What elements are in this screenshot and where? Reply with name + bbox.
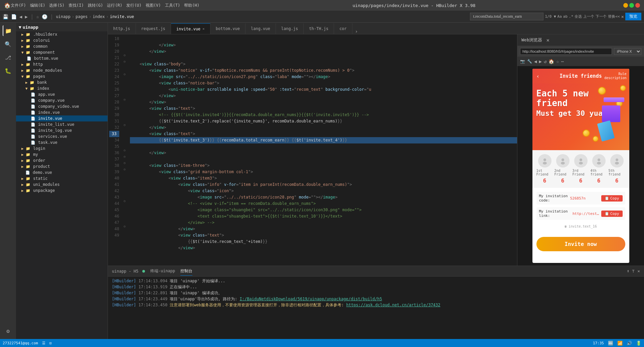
sidebar-item-unpackage[interactable]: ▶ 📁 unpackage xyxy=(16,188,108,194)
browser-devtools-icon[interactable]: 🔧 xyxy=(527,59,532,64)
close-panel-icon[interactable]: × xyxy=(637,269,640,274)
tab-bottom-vue[interactable]: bottom.vue xyxy=(210,23,246,34)
sidebar-item-my[interactable]: ▶ 📁 my xyxy=(16,151,108,157)
bottom-tab-uinapp-h5[interactable]: uinapp - H5 xyxy=(112,268,145,275)
sidebar-item-demo-vue[interactable]: 📄 demo.vue xyxy=(16,169,108,176)
more-tabs-button[interactable]: › xyxy=(352,29,360,34)
breadcrumb-root[interactable]: uinapp xyxy=(56,14,70,19)
tab-http-js[interactable]: http.js xyxy=(108,23,136,34)
browser-back-icon[interactable]: ◀ xyxy=(534,59,537,64)
breadcrumb-file[interactable]: invite.vue xyxy=(110,14,134,19)
search-input[interactable] xyxy=(470,13,543,20)
menu-publish[interactable]: 发行(U) xyxy=(126,3,142,8)
search-activity-icon[interactable]: 🔍 xyxy=(3,39,13,49)
sidebar-item-uni-modules[interactable]: ▶ 📁 uni_modules xyxy=(16,182,108,188)
close-search-icon[interactable]: × xyxy=(621,14,624,19)
back-button[interactable]: ‹ xyxy=(536,73,540,79)
sidebar-item-product[interactable]: ▶ 📁 product xyxy=(16,163,108,169)
expand-panel-icon[interactable]: ⬆ xyxy=(627,269,630,274)
minimize-button[interactable] xyxy=(623,3,628,8)
sidebar-item-pages[interactable]: ▼ 📁 pages xyxy=(16,73,108,79)
sidebar-item-invite-log-vue[interactable]: 📄 invite_log.vue xyxy=(16,127,108,133)
browser-screenshot-icon[interactable]: 📷 xyxy=(520,59,525,64)
browser-refresh-icon[interactable]: ↺ xyxy=(544,59,546,64)
tab-cor[interactable]: cor xyxy=(334,23,352,34)
status-lang-icon[interactable]: 🔤 xyxy=(608,341,613,346)
case-sensitive-icon[interactable]: Aa xyxy=(557,14,562,19)
menu-file[interactable]: 文件(F) xyxy=(11,3,26,8)
settings-icon[interactable]: ⚙ xyxy=(3,326,13,336)
tab-lang-js[interactable]: lang.js xyxy=(276,23,304,34)
sidebar-item-services-vue[interactable]: 📄 services.vue xyxy=(16,133,108,139)
browser-home-icon[interactable]: 🏠 xyxy=(548,59,554,64)
git-icon[interactable]: ⎇ xyxy=(3,52,13,63)
tab-th-th-js[interactable]: th-TH.js xyxy=(304,23,334,34)
sidebar-item-bank[interactable]: ▶ 📁 bank xyxy=(16,79,108,85)
sidebar-item-invite-vue[interactable]: 📄 invite.vue xyxy=(16,115,108,121)
toolbar-star-icon[interactable]: ☆ xyxy=(36,14,39,19)
breadcrumb-index[interactable]: index xyxy=(93,14,105,19)
invite-now-button[interactable]: Invite now xyxy=(536,237,625,251)
sidebar-item-company-video-vue[interactable]: 📄 company_video.vue xyxy=(16,103,108,109)
browser-forward-icon[interactable]: ▶ xyxy=(539,59,541,64)
close-web-panel-icon[interactable]: × xyxy=(546,37,549,43)
menu-help[interactable]: 帮助(H) xyxy=(184,3,199,8)
prev-match-icon[interactable]: 上一个 xyxy=(583,14,594,19)
sidebar-item-colorui[interactable]: ▶ 📁 colorui xyxy=(16,37,108,43)
copy-code-button[interactable]: 📋 Copy xyxy=(601,195,623,202)
bottom-tab-console[interactable]: 控制台 xyxy=(180,267,192,276)
toolbar-forward-icon[interactable]: ▶ xyxy=(25,14,27,19)
menu-run[interactable]: 运行(R) xyxy=(107,3,122,8)
sidebar-item-http[interactable]: ▶ 📁 http xyxy=(16,61,108,67)
debug-icon[interactable]: 🐛 xyxy=(3,65,13,76)
toolbar-new-icon[interactable]: 📄 xyxy=(11,14,17,19)
full-width-icon[interactable]: 全选 xyxy=(575,14,582,19)
close-tab-icon[interactable]: × xyxy=(202,27,205,31)
sidebar-item-login[interactable]: ▶ 📁 login xyxy=(16,145,108,151)
copy-link-button[interactable]: 📋 Copy xyxy=(601,211,623,217)
sidebar-item-hbuilderx[interactable]: ▶ 📁 .hbuilderx xyxy=(16,31,108,37)
tab-invite-vue[interactable]: invite.vue × xyxy=(171,23,210,34)
word-match-icon[interactable]: ab xyxy=(563,14,568,19)
sidebar-item-component[interactable]: ▼ 📁 component xyxy=(16,49,108,55)
sidebar-item-common[interactable]: ▶ 📁 common xyxy=(16,43,108,49)
log-path-link-2[interactable]: https://ask.dcloud.net.cn/article/37432 xyxy=(346,303,441,307)
url-input[interactable] xyxy=(520,48,612,55)
sidebar-item-invite-list-vue[interactable]: 📄 invite_list.vue xyxy=(16,121,108,127)
log-path-link[interactable]: I:/BaiduNetdiskDownload/5619/uinapp/unpa… xyxy=(240,297,382,301)
status-network-icon[interactable]: 📶 xyxy=(617,341,623,346)
replace-icon[interactable]: 替换<< xyxy=(608,14,620,19)
sidebar-item-app-vue[interactable]: 📄 app.vue xyxy=(16,91,108,97)
next-match-icon[interactable]: 下一个 xyxy=(596,14,607,19)
rule-description-button[interactable]: Rule description xyxy=(604,72,626,80)
sidebar-item-index[interactable]: ▼ 📁 index xyxy=(16,85,108,91)
browser-more-icon[interactable]: ⋯ xyxy=(561,59,564,64)
tab-lang-vue[interactable]: lang.vue xyxy=(246,23,276,34)
breadcrumb-pages[interactable]: pages xyxy=(75,14,88,19)
toolbar-history-icon[interactable]: 🕐 xyxy=(42,14,47,19)
sidebar-item-task-vue[interactable]: 📄 task.vue xyxy=(16,139,108,145)
browser-bookmark-icon[interactable]: ☆ xyxy=(556,59,559,64)
sidebar-item-node-modules[interactable]: ▶ 📁 node_modules xyxy=(16,67,108,73)
menu-edit[interactable]: 编辑(E) xyxy=(30,3,45,8)
menu-tools[interactable]: 工具(T) xyxy=(165,3,180,8)
menu-find[interactable]: 查找(I) xyxy=(68,3,84,8)
status-volume-icon[interactable]: 🔊 xyxy=(627,341,632,346)
maximize-button[interactable] xyxy=(629,3,634,8)
status-icon-1[interactable]: ☰ xyxy=(42,341,45,345)
sidebar-item-static[interactable]: ▶ 📁 static xyxy=(16,176,108,182)
split-panel-icon[interactable]: ⊤ xyxy=(632,269,635,274)
toolbar-back-icon[interactable]: ◀ xyxy=(19,14,22,19)
sidebar-item-bottom-vue[interactable]: 📄 bottom.vue xyxy=(16,55,108,61)
regex-icon[interactable]: .* xyxy=(569,14,573,19)
close-button[interactable] xyxy=(635,3,640,8)
toolbar-save-icon[interactable]: 💾 xyxy=(3,14,8,19)
tab-request-js[interactable]: request.js xyxy=(136,23,171,34)
preview-button[interactable]: 预览 xyxy=(625,13,641,20)
code-container[interactable]: 1819202122 2324252627 2829303132 33 3435… xyxy=(108,34,517,266)
tree-root[interactable]: ▼ uinapp xyxy=(16,23,108,31)
sidebar-item-company-vue[interactable]: 📄 company.vue xyxy=(16,97,108,103)
bottom-tab-terminal[interactable]: 终端-uinapp xyxy=(150,267,175,275)
menu-select[interactable]: 选择(S) xyxy=(49,3,64,8)
code-content[interactable]: </view> </view> <view class="body"> <vie… xyxy=(127,34,517,266)
